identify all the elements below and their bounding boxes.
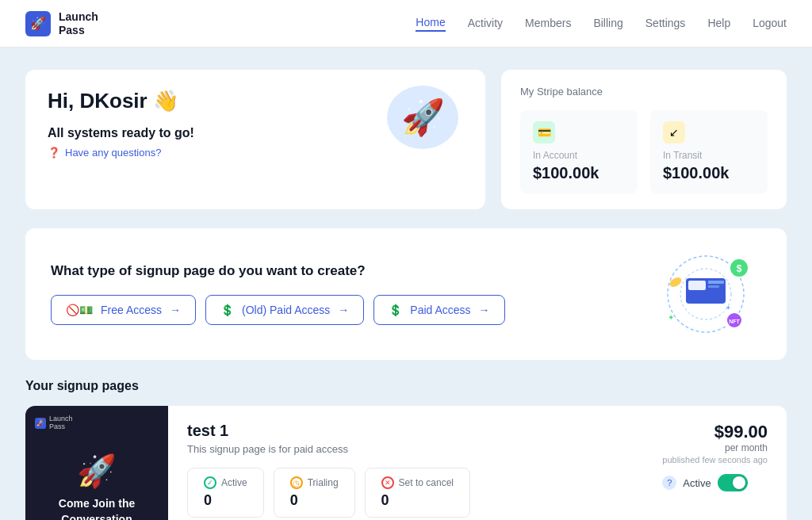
paid-access-button[interactable]: 💲 Paid Access → bbox=[373, 295, 504, 325]
in-account-value: $100.00k bbox=[533, 164, 625, 182]
active-row: ? Active bbox=[662, 474, 768, 491]
page-thumbnail: 🚀 LaunchPass 🚀 Come Join the Conversatio… bbox=[25, 406, 168, 520]
dollar-icon-1: 💲 bbox=[220, 304, 234, 316]
free-access-button[interactable]: 🚫💵 Free Access → bbox=[51, 295, 196, 325]
stat-trialing-header: Trialing bbox=[290, 476, 339, 489]
svg-text:$: $ bbox=[737, 263, 742, 274]
top-section: Hi, DKosir 👋 All systems ready to go! ❓ … bbox=[25, 70, 787, 209]
stat-active: Active 0 bbox=[187, 468, 264, 518]
in-transit-value: $100.00k bbox=[663, 164, 755, 182]
nav-billing[interactable]: Billing bbox=[593, 17, 622, 31]
signup-type-card: What type of signup page do you want to … bbox=[25, 228, 787, 360]
logo: 🚀 Launch Pass bbox=[25, 10, 98, 37]
svg-point-10 bbox=[668, 276, 684, 289]
arrow-right-icon: → bbox=[170, 304, 181, 316]
svg-rect-5 bbox=[708, 285, 719, 288]
stat-cancel-value: 0 bbox=[381, 492, 389, 509]
question-circle-icon: ❓ bbox=[48, 147, 60, 159]
rocket-bg: 🚀 bbox=[387, 86, 458, 149]
thumbnail-logo-icon: 🚀 bbox=[35, 418, 46, 429]
nav-help[interactable]: Help bbox=[707, 17, 730, 31]
navbar: 🚀 Launch Pass Home Activity Members Bill… bbox=[0, 0, 812, 48]
page-actions: $99.00 per month published few seconds a… bbox=[619, 406, 787, 520]
in-account-balance: 💳 In Account $100.00k bbox=[520, 110, 638, 193]
stat-active-value: 0 bbox=[204, 492, 212, 509]
in-account-label: In Account bbox=[533, 150, 625, 161]
active-toggle[interactable] bbox=[718, 474, 748, 491]
active-dot-icon bbox=[204, 476, 216, 489]
stat-cancel: Set to cancel 0 bbox=[365, 468, 470, 518]
stat-cancel-header: Set to cancel bbox=[381, 476, 454, 489]
logo-text: Launch Pass bbox=[59, 10, 98, 37]
price-period: per month bbox=[662, 442, 768, 453]
welcome-card: Hi, DKosir 👋 All systems ready to go! ❓ … bbox=[25, 70, 485, 209]
in-transit-balance: ↙ In Transit $100.00k bbox=[650, 110, 768, 193]
stat-trialing-label: Trialing bbox=[308, 477, 339, 488]
illustration-svg: $ NFT ✦ ✦ bbox=[650, 250, 761, 338]
svg-text:✦: ✦ bbox=[726, 304, 731, 312]
in-transit-icon: ↙ bbox=[663, 121, 685, 143]
svg-rect-4 bbox=[708, 281, 724, 284]
arrow-right-icon-3: → bbox=[479, 304, 490, 316]
signup-page-item: 🚀 LaunchPass 🚀 Come Join the Conversatio… bbox=[25, 406, 787, 520]
signup-pages-title: Your signup pages bbox=[25, 379, 787, 393]
page-name: test 1 bbox=[187, 422, 600, 440]
nav-logout[interactable]: Logout bbox=[753, 17, 787, 31]
signup-type-left: What type of signup page do you want to … bbox=[51, 263, 505, 325]
signup-type-title: What type of signup page do you want to … bbox=[51, 263, 505, 279]
in-transit-label: In Transit bbox=[663, 150, 755, 161]
svg-text:NFT: NFT bbox=[729, 319, 740, 324]
stats-row: Active 0 Trialing 0 Set to cancel bbox=[187, 468, 600, 518]
svg-text:✦: ✦ bbox=[668, 313, 674, 322]
stat-active-label: Active bbox=[221, 477, 247, 488]
stat-trialing: Trialing 0 bbox=[274, 468, 355, 518]
active-label: Active bbox=[683, 477, 710, 489]
price-value: $99.00 bbox=[662, 422, 768, 442]
nav-settings[interactable]: Settings bbox=[645, 17, 686, 31]
nav-home[interactable]: Home bbox=[416, 16, 445, 32]
stripe-balances: 💳 In Account $100.00k ↙ In Transit $100.… bbox=[520, 110, 768, 193]
cancel-dot-icon bbox=[381, 476, 394, 489]
no-dollar-icon: 🚫💵 bbox=[66, 304, 93, 316]
stripe-title: My Stripe balance bbox=[520, 86, 768, 98]
page-content: test 1 This signup page is for paid acce… bbox=[168, 406, 619, 520]
active-help-icon[interactable]: ? bbox=[662, 476, 676, 490]
thumbnail-logo: 🚀 LaunchPass bbox=[35, 415, 73, 431]
stat-cancel-label: Set to cancel bbox=[399, 477, 454, 488]
signup-buttons: 🚫💵 Free Access → 💲 (Old) Paid Access → 💲… bbox=[51, 295, 505, 325]
page-description: This signup page is for paid access bbox=[187, 443, 600, 455]
in-account-icon: 💳 bbox=[533, 121, 555, 143]
signup-type-illustration: $ NFT ✦ ✦ bbox=[650, 250, 761, 338]
rocket-illustration: 🚀 bbox=[387, 86, 466, 157]
stat-trialing-value: 0 bbox=[290, 492, 298, 509]
thumbnail-rocket-emoji: 🚀 bbox=[77, 453, 117, 490]
dollar-icon-2: 💲 bbox=[389, 304, 402, 316]
thumbnail-logo-text: LaunchPass bbox=[49, 415, 73, 431]
logo-icon: 🚀 bbox=[25, 11, 51, 36]
main-content: Hi, DKosir 👋 All systems ready to go! ❓ … bbox=[0, 48, 812, 520]
nav-links: Home Activity Members Billing Settings H… bbox=[416, 16, 787, 32]
svg-rect-3 bbox=[688, 281, 706, 290]
arrow-right-icon-2: → bbox=[338, 304, 349, 316]
trialing-dot-icon bbox=[290, 476, 303, 489]
thumbnail-tagline: Come Join the Conversation bbox=[41, 496, 152, 520]
stat-active-header: Active bbox=[204, 476, 247, 489]
stripe-balance-card: My Stripe balance 💳 In Account $100.00k … bbox=[501, 70, 787, 209]
old-paid-access-button[interactable]: 💲 (Old) Paid Access → bbox=[205, 295, 364, 325]
nav-activity[interactable]: Activity bbox=[468, 17, 503, 31]
nav-members[interactable]: Members bbox=[525, 17, 571, 31]
price-section: $99.00 per month published few seconds a… bbox=[662, 422, 768, 491]
published-status: published few seconds ago bbox=[662, 455, 768, 465]
